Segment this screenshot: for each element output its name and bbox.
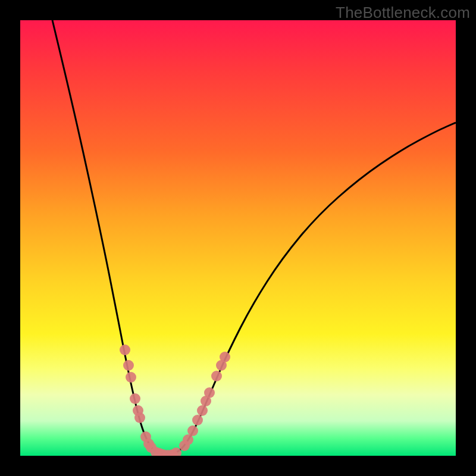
data-marker [134,412,145,423]
data-marker [187,425,198,436]
marker-cluster-left [120,345,181,456]
data-marker [171,447,181,456]
data-marker [204,387,215,398]
data-marker [220,352,230,362]
bottleneck-curve [52,20,456,455]
data-marker [211,371,222,381]
chart-frame: TheBottleneck.com [0,0,476,476]
chart-svg [20,20,456,456]
marker-cluster-right [179,352,230,451]
data-marker [192,415,203,425]
data-marker [197,405,208,416]
data-marker [126,372,136,383]
data-marker [130,393,140,404]
plot-area [20,20,456,456]
data-marker [120,345,130,355]
watermark-text: TheBottleneck.com [336,4,470,22]
data-marker [123,360,134,371]
